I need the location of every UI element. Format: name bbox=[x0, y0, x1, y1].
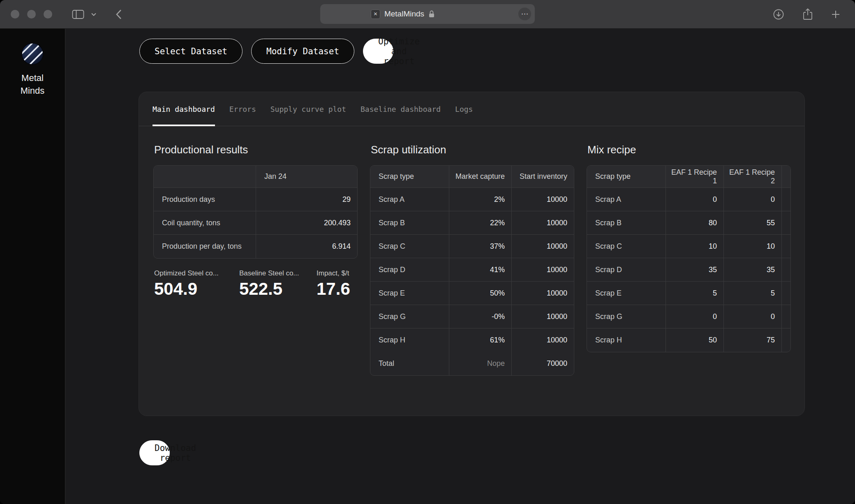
row-label: Scrap D bbox=[587, 258, 666, 282]
new-tab-icon[interactable] bbox=[831, 10, 840, 19]
section-mix-recipe: Mix recipe Scrap type EAF 1 Recipe 1 EAF… bbox=[587, 143, 791, 376]
dashboard-tabs: Main dashboard Errors Supply curve plot … bbox=[139, 92, 804, 126]
row-label: Scrap A bbox=[370, 188, 449, 211]
modify-dataset-button[interactable]: Modify Dataset bbox=[251, 39, 354, 64]
row-value: 35 bbox=[724, 258, 782, 282]
metric-label: Optimized Steel co... bbox=[154, 269, 239, 277]
table-row: Scrap H61%10000 bbox=[370, 328, 574, 352]
row-label: Coil quantity, tons bbox=[154, 211, 256, 235]
tab-main-dashboard[interactable]: Main dashboard bbox=[153, 92, 215, 126]
table-row: Coil quantity, tons200.493 bbox=[154, 211, 357, 235]
row-value: 0 bbox=[724, 305, 782, 328]
row-value: 10000 bbox=[512, 258, 574, 282]
share-icon[interactable] bbox=[802, 8, 813, 21]
row-value: 35 bbox=[666, 258, 724, 282]
clipped-cell bbox=[782, 188, 791, 211]
clipped-cell bbox=[782, 211, 791, 235]
table-row: Scrap H5075 bbox=[587, 328, 791, 352]
browser-titlebar: ✕ MetalMinds ⋯ bbox=[0, 0, 855, 29]
metalminds-logo-icon bbox=[21, 42, 44, 66]
row-value: 55 bbox=[724, 211, 782, 235]
row-label: Scrap H bbox=[587, 328, 666, 352]
row-label: Scrap E bbox=[370, 282, 449, 305]
table-row: Scrap D3535 bbox=[587, 258, 791, 282]
tab-logs[interactable]: Logs bbox=[455, 92, 473, 126]
site-favicon-icon: ✕ bbox=[371, 9, 380, 19]
row-value: 61% bbox=[449, 328, 512, 352]
row-value: 80 bbox=[666, 211, 724, 235]
row-value: 22% bbox=[449, 211, 512, 235]
row-label: Scrap B bbox=[370, 211, 449, 235]
scrap-utilization-table: Scrap type Market capture Start inventor… bbox=[370, 165, 574, 376]
row-label: Scrap C bbox=[370, 235, 449, 258]
clipped-column-header bbox=[782, 166, 791, 188]
address-bar-content: ✕ MetalMinds bbox=[371, 9, 435, 19]
zoom-button[interactable] bbox=[44, 10, 52, 18]
tab-errors[interactable]: Errors bbox=[229, 92, 256, 126]
table-row: Scrap D41%10000 bbox=[370, 258, 574, 282]
column-header: Start inventory bbox=[512, 166, 574, 188]
row-value: 6.914 bbox=[256, 235, 357, 258]
close-button[interactable] bbox=[11, 10, 19, 18]
main-content: Select Dataset Modify Dataset Optimize a… bbox=[65, 29, 855, 504]
table-total-row: Total Nope 70000 bbox=[370, 352, 574, 375]
row-label: Production per day, tons bbox=[154, 235, 256, 258]
chevron-down-icon[interactable] bbox=[91, 12, 97, 16]
row-value: 200.493 bbox=[256, 211, 357, 235]
column-header: EAF 1 Recipe 2 bbox=[724, 166, 782, 188]
row-value: -0% bbox=[449, 305, 512, 328]
clipped-cell bbox=[782, 258, 791, 282]
column-header: EAF 1 Recipe 1 bbox=[666, 166, 724, 188]
app-sidebar: Metal Minds bbox=[0, 29, 65, 504]
row-value: 41% bbox=[449, 258, 512, 282]
row-value: 37% bbox=[449, 235, 512, 258]
row-value: 29 bbox=[256, 188, 357, 211]
total-capture: Nope bbox=[449, 352, 512, 375]
row-value: 10000 bbox=[512, 282, 574, 305]
lock-icon bbox=[428, 10, 435, 18]
metric-value: 504.9 bbox=[154, 279, 239, 299]
clipped-cell bbox=[782, 235, 791, 258]
table-row: Scrap E50%10000 bbox=[370, 282, 574, 305]
minimize-button[interactable] bbox=[27, 10, 36, 18]
address-bar[interactable]: ✕ MetalMinds ⋯ bbox=[320, 4, 535, 24]
dashboard-panel: Main dashboard Errors Supply curve plot … bbox=[139, 92, 805, 416]
brand-name: Metal Minds bbox=[21, 72, 45, 97]
clipped-cell bbox=[782, 282, 791, 305]
row-label: Scrap B bbox=[587, 211, 666, 235]
table-header-row: Jan 24 bbox=[154, 166, 357, 188]
section-title: Productional results bbox=[154, 143, 358, 156]
mix-recipe-table[interactable]: Scrap type EAF 1 Recipe 1 EAF 1 Recipe 2… bbox=[587, 165, 791, 352]
row-value: 0 bbox=[666, 188, 724, 211]
section-title: Mix recipe bbox=[587, 143, 791, 156]
traffic-lights bbox=[11, 10, 52, 18]
row-value: 10000 bbox=[512, 328, 574, 352]
row-label: Scrap A bbox=[587, 188, 666, 211]
downloads-icon[interactable] bbox=[773, 9, 784, 20]
select-dataset-button[interactable]: Select Dataset bbox=[139, 39, 243, 64]
empty-header-cell bbox=[154, 166, 256, 188]
productional-results-table: Jan 24 Production days29Coil quantity, t… bbox=[153, 165, 358, 259]
row-value: 10000 bbox=[512, 211, 574, 235]
total-label: Total bbox=[370, 352, 449, 375]
site-title: MetalMinds bbox=[384, 9, 424, 18]
row-value: 50% bbox=[449, 282, 512, 305]
tab-baseline-dashboard[interactable]: Baseline dashboard bbox=[360, 92, 441, 126]
optimize-and-report-button[interactable]: Optimize and report bbox=[363, 39, 393, 64]
row-value: 10000 bbox=[512, 235, 574, 258]
page-more-icon[interactable]: ⋯ bbox=[518, 8, 531, 21]
table-row: Scrap C37%10000 bbox=[370, 235, 574, 258]
tab-supply-curve-plot[interactable]: Supply curve plot bbox=[270, 92, 346, 126]
row-value: 50 bbox=[666, 328, 724, 352]
table-header-row: Scrap type EAF 1 Recipe 1 EAF 1 Recipe 2 bbox=[587, 166, 791, 188]
table-row: Scrap E55 bbox=[587, 282, 791, 305]
row-value: 10 bbox=[666, 235, 724, 258]
sidebar-toggle-icon[interactable] bbox=[72, 9, 84, 19]
table-header-row: Scrap type Market capture Start inventor… bbox=[370, 166, 574, 188]
metric-label: Baseline Steel co... bbox=[239, 269, 317, 277]
row-value: 10000 bbox=[512, 188, 574, 211]
download-report-button[interactable]: Download report bbox=[139, 440, 170, 465]
back-icon[interactable] bbox=[116, 9, 122, 20]
total-inventory: 70000 bbox=[512, 352, 574, 375]
section-title: Scrap utilization bbox=[371, 143, 574, 156]
